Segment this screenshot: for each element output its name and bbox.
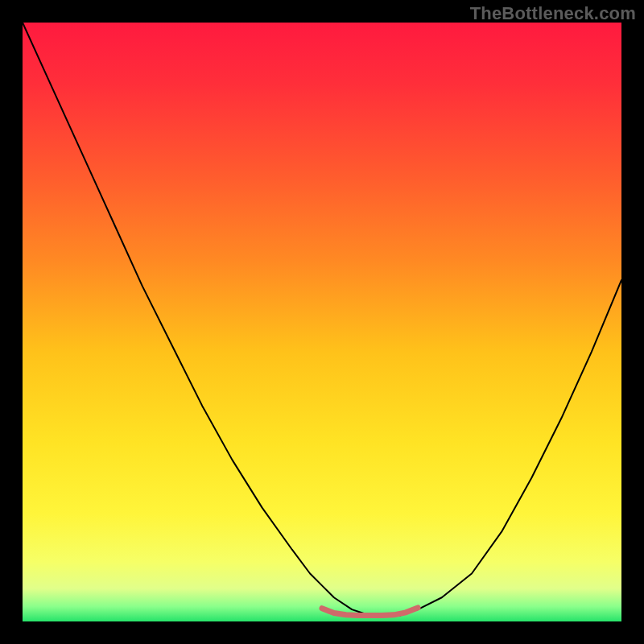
watermark-label: TheBottleneck.com (470, 3, 636, 24)
chart-frame: TheBottleneck.com (0, 0, 644, 644)
gradient-background (23, 23, 621, 621)
bottleneck-chart (23, 23, 621, 621)
